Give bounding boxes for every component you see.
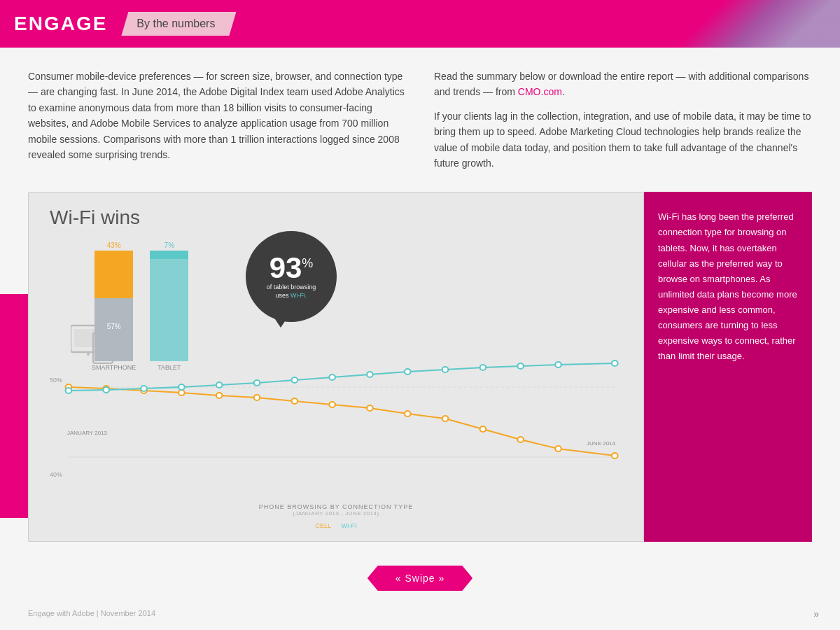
svg-point-29	[291, 377, 298, 383]
chart-section: Wi-Fi wins 43%	[28, 192, 812, 542]
svg-point-37	[612, 360, 618, 366]
svg-point-14	[291, 398, 298, 404]
svg-point-12	[216, 393, 223, 398]
svg-point-13	[254, 395, 260, 400]
chart-bottom-title: PHONE BROWSING BY CONNECTION TYPE	[29, 503, 643, 510]
svg-point-30	[329, 374, 335, 380]
intro-left-text: Consumer mobile-device preferences — for…	[28, 69, 406, 162]
bubble-tail	[274, 317, 288, 328]
header: ENGAGE By the numbers	[0, 0, 840, 48]
svg-point-20	[517, 437, 524, 442]
intro-left: Consumer mobile-device preferences — for…	[28, 69, 406, 171]
smartphone-top-label: 43%	[107, 241, 121, 249]
svg-point-15	[329, 402, 335, 407]
chart-container: Wi-Fi wins 43%	[28, 192, 644, 542]
stat-bubble: 93 % of tablet browsing uses Wi-Fi.	[246, 231, 337, 322]
svg-point-17	[405, 411, 411, 416]
intro-right: Read the summary below or download the e…	[434, 69, 812, 171]
intro-right-paragraph1: Read the summary below or download the e…	[434, 69, 812, 100]
line-chart-svg	[50, 352, 622, 478]
svg-point-18	[442, 416, 449, 421]
intro-section: Consumer mobile-device preferences — for…	[0, 48, 840, 185]
sidebar-text: Wi-Fi has long been the preferred connec…	[658, 209, 798, 364]
swipe-button[interactable]: « Swipe »	[368, 566, 472, 591]
svg-point-21	[555, 446, 561, 451]
chart-title: Wi-Fi wins	[50, 206, 622, 229]
footer-arrow: »	[813, 608, 819, 620]
svg-point-34	[480, 365, 486, 370]
footer-label: Engage with Adobe | November 2014	[28, 609, 155, 617]
tablet-bar-bottom	[150, 259, 188, 361]
chart-bottom-labels: PHONE BROWSING BY CONNECTION TYPE (JANUA…	[29, 503, 643, 517]
header-decoration	[616, 0, 840, 48]
line-chart-area: 50% 40%	[50, 352, 622, 478]
bubble-text2: uses	[275, 292, 288, 299]
right-sidebar: Wi-Fi has long been the preferred connec…	[644, 192, 812, 542]
jan-label: JANUARY 2013	[67, 430, 107, 436]
legend-cell: CELL	[316, 522, 332, 529]
smartphone-inner-label	[94, 251, 133, 270]
axis-40-label: 40%	[50, 471, 62, 478]
cmo-link[interactable]: CMO.com	[518, 86, 562, 97]
svg-point-24	[103, 387, 109, 393]
intro-right-text1: Read the summary below or download the e…	[434, 71, 808, 97]
svg-point-26	[178, 384, 185, 390]
bubble-number: 93	[270, 253, 302, 283]
tablet-top-label: 7%	[164, 241, 174, 249]
svg-point-35	[517, 363, 524, 369]
chart-legend: CELL WI-FI	[29, 518, 643, 531]
svg-point-25	[141, 386, 147, 391]
tablet-bar-top	[150, 251, 188, 259]
svg-point-36	[555, 362, 561, 368]
legend-wifi: WI-FI	[341, 522, 356, 529]
svg-point-33	[442, 367, 449, 372]
svg-point-16	[367, 405, 373, 411]
axis-50-label: 50%	[50, 377, 62, 384]
smartphone-bar-top	[94, 251, 133, 298]
svg-point-22	[612, 453, 618, 458]
bubble-text1: of tablet browsing	[267, 284, 316, 290]
svg-point-28	[254, 380, 260, 386]
chart-bottom-sub: (JANUARY 2013 - JUNE 2014)	[29, 510, 643, 517]
jun-label: JUNE 2014	[587, 440, 615, 447]
logo: ENGAGE	[14, 13, 107, 35]
svg-point-23	[66, 388, 72, 393]
bubble-text-wifi: Wi-Fi.	[290, 292, 307, 299]
svg-point-27	[216, 382, 223, 388]
svg-point-32	[405, 369, 411, 374]
smartphone-bottom-label: 57%	[94, 298, 133, 332]
bubble-percent: %	[302, 257, 313, 270]
svg-point-19	[480, 426, 486, 432]
swipe-area: « Swipe »	[368, 566, 472, 591]
header-tab: By the numbers	[121, 12, 236, 36]
intro-right-paragraph2: If your clients lag in the collection, i…	[434, 108, 812, 172]
svg-point-11	[178, 390, 185, 396]
svg-point-31	[367, 372, 373, 377]
intro-right-text2: .	[562, 86, 565, 97]
